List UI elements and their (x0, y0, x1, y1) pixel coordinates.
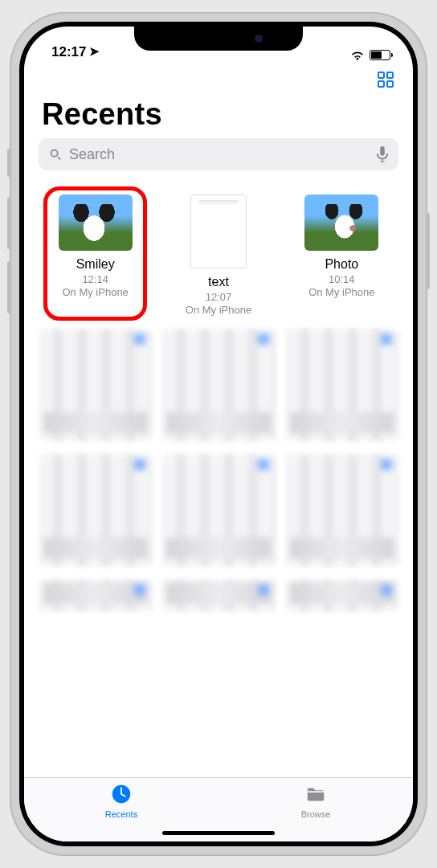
file-thumbnail (304, 194, 378, 251)
file-item-redacted (285, 454, 398, 567)
power-button (426, 213, 430, 289)
file-item-redacted (285, 579, 398, 612)
tab-label: Browse (218, 809, 413, 819)
search-input[interactable] (69, 146, 370, 163)
tab-label: Recents (24, 809, 218, 819)
svg-rect-2 (378, 81, 384, 87)
volume-down-button (7, 261, 11, 313)
svg-rect-5 (308, 791, 325, 792)
folder-icon (304, 783, 328, 805)
view-grid-icon[interactable] (376, 70, 395, 89)
file-item-text[interactable]: text 12:07 On My iPhone (161, 194, 275, 316)
wifi-icon (350, 49, 365, 60)
mute-switch (7, 149, 11, 177)
clock-icon (109, 783, 133, 805)
home-indicator[interactable] (162, 831, 275, 835)
file-item-redacted (161, 454, 275, 567)
file-location: On My iPhone (39, 286, 152, 298)
file-name: Smiley (39, 257, 152, 272)
svg-rect-0 (378, 72, 384, 78)
location-icon: ➤ (89, 44, 100, 59)
file-thumbnail (59, 194, 133, 251)
file-item-redacted (285, 329, 398, 441)
file-thumbnail (190, 194, 247, 268)
file-item-photo[interactable]: Photo 10:14 On My iPhone (285, 194, 398, 316)
file-location: On My iPhone (285, 286, 398, 298)
file-item-redacted (39, 579, 152, 612)
file-item-redacted (39, 329, 152, 441)
file-item-redacted (39, 454, 152, 567)
battery-icon (370, 50, 390, 60)
status-time: 12:17 (51, 44, 86, 60)
file-name: text (161, 275, 275, 289)
page-title: Recents (24, 97, 413, 138)
file-item-smiley[interactable]: Smiley 12:14 On My iPhone (39, 194, 152, 316)
file-name: Photo (285, 257, 398, 272)
search-icon (48, 147, 63, 162)
dictation-icon[interactable] (376, 146, 389, 162)
file-time: 12:07 (161, 291, 275, 303)
file-time: 12:14 (39, 273, 152, 285)
file-item-redacted (161, 579, 275, 612)
search-bar[interactable] (39, 138, 398, 170)
nav-bar (24, 62, 413, 97)
file-time: 10:14 (285, 273, 398, 285)
volume-up-button (7, 197, 11, 249)
notch (134, 27, 303, 51)
svg-rect-1 (387, 72, 393, 78)
device-frame: 12:17 ➤ Recents (10, 12, 427, 856)
file-item-redacted (161, 329, 275, 441)
files-grid: Smiley 12:14 On My iPhone text 12:07 On … (24, 182, 413, 777)
svg-rect-3 (387, 81, 393, 87)
file-location: On My iPhone (161, 304, 275, 316)
